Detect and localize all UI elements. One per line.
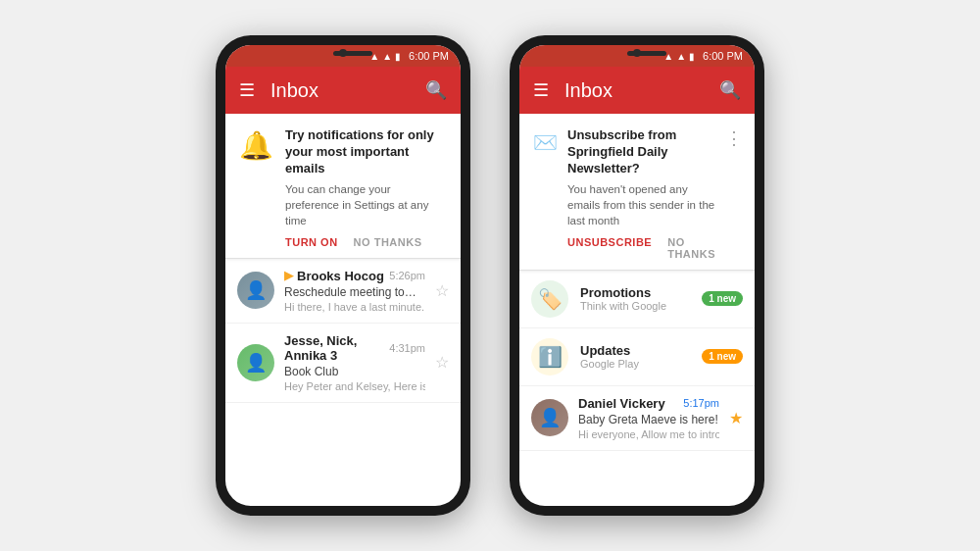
phone-screen-right: ▲ ▲ ▮ 6:00 PM ☰ Inbox 🔍 ✉️ Uns xyxy=(519,45,755,506)
badge-updates: 1 new xyxy=(702,349,743,364)
toolbar-title-left: Inbox xyxy=(270,79,410,102)
email-item-jesse[interactable]: 👤 Jesse, Nick, Annika 3 4:31pm Book Club… xyxy=(225,324,461,403)
email-top-jesse: Jesse, Nick, Annika 3 4:31pm xyxy=(284,333,425,363)
email-time-daniel: 5:17pm xyxy=(683,397,719,409)
badge-promotions: 1 new xyxy=(702,291,743,306)
send-arrow-icon: ▶ xyxy=(284,269,293,282)
cat-subtitle-promo: Think with Google xyxy=(580,300,690,312)
search-icon-left[interactable]: 🔍 xyxy=(425,79,447,101)
notif-body-left: You can change your preference in Settin… xyxy=(285,181,445,228)
email-sender-brooks: ▶ Brooks Hocog xyxy=(284,269,384,283)
unsub-row: ✉️ Unsubscribe from Springfield Daily Ne… xyxy=(533,127,739,260)
status-time-right: 6:00 PM xyxy=(703,50,743,62)
avatar-jesse: 👤 xyxy=(237,344,274,381)
email-unsub-icon: ✉️ xyxy=(533,129,558,155)
three-dot-menu[interactable]: ⋮ xyxy=(725,127,743,149)
notif-title-right: Unsubscribe from Springfield Daily Newsl… xyxy=(567,127,715,177)
toolbar-left: ☰ Inbox 🔍 xyxy=(225,67,461,114)
notif-body-right: You haven't opened any emails from this … xyxy=(567,181,715,228)
email-top-brooks: ▶ Brooks Hocog 5:26pm xyxy=(284,269,425,283)
email-preview-jesse: Hey Peter and Kelsey, Here is the list..… xyxy=(284,380,425,392)
cat-title-promo: Promotions xyxy=(580,285,690,300)
notif-content-right: Unsubscribe from Springfield Daily Newsl… xyxy=(567,127,715,260)
hamburger-icon-right[interactable]: ☰ xyxy=(533,79,549,101)
phone-screen-left: ▲ ▲ ▮ 6:00 PM ☰ Inbox 🔍 🔔 Try notificati… xyxy=(225,45,461,506)
battery-icon: ▮ xyxy=(395,51,401,62)
notif-actions-left: TURN ON NO THANKS xyxy=(285,236,445,248)
star-icon-brooks[interactable]: ☆ xyxy=(435,281,449,300)
cat-subtitle-updates: Google Play xyxy=(580,358,690,370)
toolbar-title-right: Inbox xyxy=(564,79,704,102)
search-icon-right[interactable]: 🔍 xyxy=(719,79,741,101)
no-thanks-button-left[interactable]: NO THANKS xyxy=(354,236,422,248)
speaker-right xyxy=(627,51,666,56)
email-item-brooks[interactable]: 👤 ▶ Brooks Hocog 5:26pm Reschedule meeti… xyxy=(225,259,461,324)
speaker xyxy=(333,51,372,56)
phone-left: ▲ ▲ ▮ 6:00 PM ☰ Inbox 🔍 🔔 Try notificati… xyxy=(216,35,470,516)
no-thanks-button-right[interactable]: NO THANKS xyxy=(667,236,715,260)
email-sender-jesse: Jesse, Nick, Annika 3 xyxy=(284,333,389,363)
email-content-jesse: Jesse, Nick, Annika 3 4:31pm Book Club H… xyxy=(284,333,425,392)
email-subject-brooks: Reschedule meeting tomorrow xyxy=(284,285,425,299)
email-content-daniel: Daniel Vickery 5:17pm Baby Greta Maeve i… xyxy=(578,396,719,440)
unsubscribe-button[interactable]: UNSUBSCRIBE xyxy=(567,236,652,260)
turn-on-button[interactable]: TURN ON xyxy=(285,236,338,248)
email-preview-brooks: Hi there, I have a last minute... Work xyxy=(284,301,425,313)
email-time-brooks: 5:26pm xyxy=(389,270,425,281)
email-preview-daniel: Hi everyone, Allow me to intro... xyxy=(578,428,719,440)
scene: ▲ ▲ ▮ 6:00 PM ☰ Inbox 🔍 🔔 Try notificati… xyxy=(0,0,980,551)
signal-icon: ▲ xyxy=(382,51,392,62)
star-icon-daniel[interactable]: ★ xyxy=(729,409,743,427)
notif-title-left: Try notifications for only your most imp… xyxy=(285,127,445,177)
promotions-icon: 🏷️ xyxy=(531,280,568,318)
star-icon-jesse[interactable]: ☆ xyxy=(435,353,449,372)
status-time-left: 6:00 PM xyxy=(409,50,449,62)
hamburger-icon-left[interactable]: ☰ xyxy=(239,79,255,101)
avatar-brooks: 👤 xyxy=(237,272,274,309)
notification-card-left: 🔔 Try notifications for only your most i… xyxy=(225,114,461,259)
notif-content-left: Try notifications for only your most imp… xyxy=(285,127,445,248)
status-icons-right: ▲ ▲ ▮ xyxy=(663,51,695,62)
battery-icon-right: ▮ xyxy=(689,51,695,62)
email-time-jesse: 4:31pm xyxy=(389,342,425,354)
cat-content-promo: Promotions Think with Google xyxy=(580,285,690,312)
cat-title-updates: Updates xyxy=(580,343,690,358)
status-icons-left: ▲ ▲ ▮ xyxy=(369,51,401,62)
email-top-daniel: Daniel Vickery 5:17pm xyxy=(578,396,719,411)
updates-icon: ℹ️ xyxy=(531,338,568,376)
unsubscribe-card: ✉️ Unsubscribe from Springfield Daily Ne… xyxy=(519,114,755,271)
email-item-daniel[interactable]: 👤 Daniel Vickery 5:17pm Baby Greta Maeve… xyxy=(519,386,755,451)
email-sender-daniel: Daniel Vickery xyxy=(578,396,665,411)
category-updates[interactable]: ℹ️ Updates Google Play 1 new xyxy=(519,328,755,386)
bell-icon: 🔔 xyxy=(239,129,273,248)
toolbar-right: ☰ Inbox 🔍 xyxy=(519,67,755,114)
notif-actions-right: UNSUBSCRIBE NO THANKS xyxy=(567,236,715,260)
category-promotions[interactable]: 🏷️ Promotions Think with Google 1 new xyxy=(519,271,755,328)
email-content-brooks: ▶ Brooks Hocog 5:26pm Reschedule meeting… xyxy=(284,269,425,313)
email-subject-jesse: Book Club xyxy=(284,365,425,378)
email-subject-daniel: Baby Greta Maeve is here! xyxy=(578,413,719,426)
cat-content-updates: Updates Google Play xyxy=(580,343,690,370)
email-list-left: 👤 ▶ Brooks Hocog 5:26pm Reschedule meeti… xyxy=(225,259,461,506)
avatar-daniel: 👤 xyxy=(531,399,568,436)
signal-icon-right: ▲ xyxy=(676,51,686,62)
phone-right: ▲ ▲ ▮ 6:00 PM ☰ Inbox 🔍 ✉️ Uns xyxy=(510,35,764,516)
